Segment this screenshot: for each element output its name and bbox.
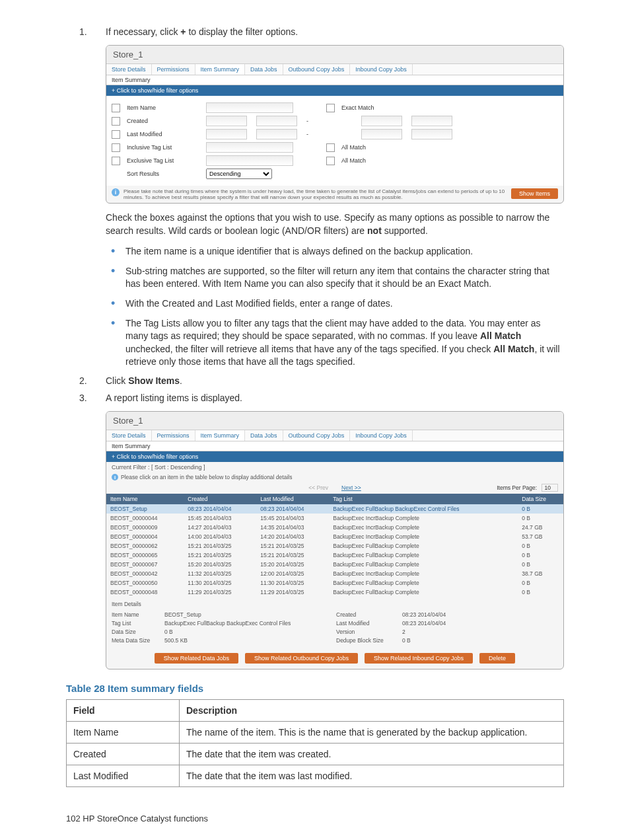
store-title-2: Store_1 [106,412,563,430]
item-details: Item Details Item Name BEOST_Setup Creat… [106,597,563,648]
filter-toggle-2[interactable]: + Click to show/hide filter options [106,451,563,462]
table-row[interactable]: BEOST_0000006215:21 2014/03/2515:21 2014… [106,541,563,551]
table-row[interactable]: BEOST_Setup08:23 2014/04/0408:23 2014/04… [106,504,563,514]
filter-note: Please take note that during times where… [123,188,507,200]
table-row[interactable]: BEOST_0000006515:21 2014/03/2515:21 2014… [106,551,563,560]
exclusive-allmatch-label: All Match [341,157,366,164]
ipp-value[interactable]: 10 [542,484,558,492]
created-to[interactable] [361,116,402,126]
created-to-time[interactable] [411,116,452,126]
filter-toggle[interactable]: + Click to show/hide filter options [106,85,563,96]
table-28: Field Description Item NameThe name of t… [66,699,564,787]
show-items-button[interactable]: Show Items [511,188,558,199]
lastmod-to[interactable] [361,129,402,139]
table-row[interactable]: BEOST_0000000914:27 2014/04/0314:35 2014… [106,523,563,532]
store-title: Store_1 [106,46,563,64]
tab-store-details[interactable]: Store Details [106,64,152,75]
item-table: Item NameCreatedLast ModifiedTag ListDat… [106,494,563,597]
created-checkbox[interactable] [112,117,120,126]
d-ds-v: 0 B [164,629,336,635]
d-ds-l: Data Size [112,629,164,635]
exact-match-checkbox[interactable] [326,104,335,112]
tab-outbound-copy-jobs[interactable]: Outbound Copy Jobs [283,430,351,441]
table-row: CreatedThe date that the item was create… [67,744,564,765]
exclusive-input[interactable] [206,155,293,166]
table-row[interactable]: BEOST_0000005011:30 2014/03/2511:30 2014… [106,578,563,588]
d-mds-v: 500.5 KB [164,637,336,644]
tab-permissions[interactable]: Permissions [152,64,195,75]
col-created: Created [184,494,256,504]
page-footer: 102 HP StoreOnce Catalyst functions [66,814,564,823]
tab-store-details[interactable]: Store Details [106,430,152,441]
tab-data-jobs[interactable]: Data Jobs [245,430,283,441]
step1-text: If necessary, click + to display the fil… [106,26,298,37]
filter-note-row: i Please take note that during times whe… [106,186,563,203]
inclusive-allmatch-checkbox[interactable] [326,143,335,152]
d-created-l: Created [336,611,402,618]
created-label: Created [127,118,199,124]
next-link[interactable]: Next >> [341,484,361,491]
tab-inbound-copy-jobs[interactable]: Inbound Copy Jobs [350,430,413,441]
lastmod-from-time[interactable] [256,129,297,139]
tab-bar: Store DetailsPermissionsItem SummaryData… [106,64,563,75]
sort-select[interactable]: Descending [206,169,272,179]
exclusive-checkbox[interactable] [112,157,120,165]
report-screenshot: Store_1 Store DetailsPermissionsItem Sum… [106,411,564,670]
tab-data-jobs[interactable]: Data Jobs [245,64,283,75]
step-3: 3. A report listing items is displayed. … [66,393,564,670]
click-hint: iPlease click on an item in the table be… [106,473,563,482]
exact-match-label: Exact Match [341,104,374,111]
action-row: Show Related Data JobsShow Related Outbo… [106,648,563,669]
item-name-input[interactable] [206,102,293,113]
lastmod-from[interactable] [206,129,247,139]
col-data-size: Data Size [518,494,563,504]
table-row[interactable]: BEOST_0000006715:20 2014/03/2515:20 2014… [106,560,563,569]
tab-item-summary[interactable]: Item Summary [195,430,246,441]
table-row[interactable]: BEOST_0000000414:00 2014/04/0314:20 2014… [106,532,563,541]
table-row[interactable]: BEOST_0000004415:45 2014/04/0315:45 2014… [106,514,563,523]
table-row: Item NameThe name of the item. This is t… [67,722,564,744]
d-itemname-v: BEOST_Setup [164,611,336,618]
tab-outbound-copy-jobs[interactable]: Outbound Copy Jobs [283,64,351,75]
d-dbs-v: 0 B [402,637,481,644]
exclusive-label: Exclusive Tag List [127,157,199,164]
bullet-item-name: The item name is a unique identifier tha… [125,245,564,258]
sort-label: Sort Results [127,171,199,177]
tab-item-summary[interactable]: Item Summary [195,64,246,75]
action-show-related-inbound-copy-jobs[interactable]: Show Related Inbound Copy Jobs [365,653,473,664]
item-name-checkbox[interactable] [112,104,120,112]
info-icon: i [112,188,120,196]
para-check-boxes: Check the boxes against the options that… [106,211,564,237]
th-desc: Description [180,700,564,722]
tab-inbound-copy-jobs[interactable]: Inbound Copy Jobs [350,64,413,75]
action-delete[interactable]: Delete [479,653,515,664]
action-show-related-data-jobs[interactable]: Show Related Data Jobs [155,653,238,664]
pager: << Prev Next >> Items Per Page: 10 [106,482,563,494]
d-ver-v: 2 [402,629,481,635]
lastmod-to-time[interactable] [411,129,452,139]
created-from-time[interactable] [256,116,297,126]
exclusive-allmatch-checkbox[interactable] [326,157,335,165]
filter-body: Item Name Exact Match Created - [106,96,563,186]
subtab: Item Summary [106,75,563,85]
d-tag-v: BackupExec FullBackup BackupExec Control… [164,620,336,627]
table-row: Last ModifiedThe date that the item was … [67,765,564,787]
created-from[interactable] [206,116,247,126]
step-2: 2. Click Show Items. [66,375,564,386]
tab-bar-2: Store DetailsPermissionsItem SummaryData… [106,430,563,441]
lastmod-checkbox[interactable] [112,130,120,139]
current-filter: Current Filter : [ Sort : Descending ] [106,462,563,473]
table-row[interactable]: BEOST_0000004211:32 2014/03/2512:00 2014… [106,569,563,578]
d-tag-l: Tag List [112,620,164,627]
inclusive-label: Inclusive Tag List [127,144,199,151]
step-number: 1. [79,26,87,37]
table-row[interactable]: BEOST_0000004811:29 2014/03/2511:29 2014… [106,588,563,597]
item-name-label: Item Name [127,104,199,111]
col-tag-list: Tag List [329,494,518,504]
d-created-v: 08:23 2014/04/04 [402,611,481,618]
tab-permissions[interactable]: Permissions [152,430,195,441]
inclusive-allmatch-label: All Match [341,144,366,151]
inclusive-input[interactable] [206,142,293,153]
inclusive-checkbox[interactable] [112,143,120,152]
action-show-related-outbound-copy-jobs[interactable]: Show Related Outbound Copy Jobs [245,653,358,664]
